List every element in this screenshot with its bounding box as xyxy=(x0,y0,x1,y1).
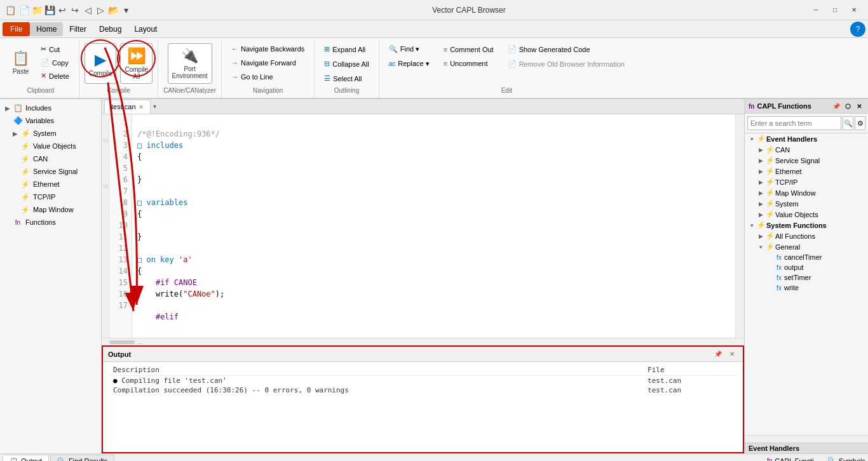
back-icon[interactable]: ◁ xyxy=(83,5,93,15)
capl-search-btn-1[interactable]: 🔍 xyxy=(843,116,853,130)
output-close-button[interactable]: ✕ xyxy=(726,349,738,360)
system-item-label: System xyxy=(775,200,799,208)
save-icon[interactable]: 💾 xyxy=(44,5,55,15)
tree-item-map-window[interactable]: ⚡ Map Window xyxy=(0,203,101,216)
rt-map-window[interactable]: ▶ ⚡ Map Window xyxy=(745,187,868,198)
uncomment-button[interactable]: ≡ Uncomment xyxy=(439,58,498,69)
goto-icon: → xyxy=(231,73,238,81)
port-environment-button[interactable]: 🔌 PortEnvironment xyxy=(168,43,212,84)
app-icon: 📋 xyxy=(5,5,15,15)
menu-debug[interactable]: Debug xyxy=(93,22,128,36)
right-panel-pin[interactable]: 📌 xyxy=(831,101,841,111)
remove-old-button[interactable]: 📄 Remove Old Browser Inforrmation xyxy=(503,58,629,70)
right-panel-float[interactable]: ⬡ xyxy=(843,101,853,111)
delete-button[interactable]: ✕ Delete xyxy=(36,70,74,82)
capl-search-btn-2[interactable]: ⚙ xyxy=(855,116,865,130)
symbols-tab[interactable]: 🔍 Symbols xyxy=(827,457,865,461)
output-pin-button[interactable]: 📌 xyxy=(712,349,724,360)
expand-all-button[interactable]: ⊞ Expand All xyxy=(320,43,373,55)
menu-file[interactable]: File xyxy=(3,22,30,36)
comment-out-button[interactable]: ≡ Comment Out xyxy=(439,44,498,55)
select-all-button[interactable]: ☰ Select All xyxy=(320,72,373,84)
rt-cancel-timer[interactable]: fx cancelTimer xyxy=(745,252,868,262)
rt-event-handlers[interactable]: ▾ ⚡ Event Handlers xyxy=(745,133,868,144)
compile-all-label: CompileAll xyxy=(125,66,148,80)
new-icon[interactable]: 📄 xyxy=(19,5,29,15)
find-button[interactable]: 🔍 Find ▾ xyxy=(384,43,434,55)
copy-button[interactable]: 📄 Copy xyxy=(36,57,74,69)
output-tab-label: Output xyxy=(21,457,42,461)
menu-layout[interactable]: Layout xyxy=(128,22,163,36)
forward-icon[interactable]: ▷ xyxy=(95,5,105,15)
code-editor[interactable]: /*@!Encoding:936*/ □ includes { } □ vari… xyxy=(132,114,735,338)
navigate-back-button[interactable]: ← Navigate Backwards xyxy=(227,43,309,55)
rt-all-functions[interactable]: ▶ ⚡ All Functions xyxy=(745,230,868,241)
tab-close-button[interactable]: ✕ xyxy=(139,104,144,110)
rt-general[interactable]: ▾ ⚡ General xyxy=(745,241,868,252)
rt-output[interactable]: fx output xyxy=(745,262,868,272)
help-button[interactable]: ? xyxy=(850,22,865,37)
bottom-tab-find-results[interactable]: 🔍 Find Results xyxy=(50,455,114,462)
tree-item-variables[interactable]: 🔷 Variables xyxy=(0,114,101,127)
rt-can[interactable]: ▶ ⚡ CAN xyxy=(745,144,868,155)
go-to-line-button[interactable]: → Go to Line xyxy=(227,71,309,83)
right-scrollbar-bottom[interactable] xyxy=(745,435,868,443)
tree-item-value-objects[interactable]: ⚡ Value Objects xyxy=(0,140,101,152)
compile-all-button[interactable]: ⏩ CompileAll xyxy=(120,43,153,84)
tree-item-tcpip[interactable]: ⚡ TCP/IP xyxy=(0,190,101,203)
expand-icon: ⊞ xyxy=(324,45,330,53)
tree-item-functions[interactable]: fn Functions xyxy=(0,216,101,229)
replace-label: Replace ▾ xyxy=(398,60,429,68)
menu-filter[interactable]: Filter xyxy=(63,22,93,36)
replace-button[interactable]: ac Replace ▾ xyxy=(384,58,434,70)
tree-item-system[interactable]: ▶ ⚡ System xyxy=(0,127,101,140)
open-icon[interactable]: 📁 xyxy=(32,5,42,15)
rt-system-functions[interactable]: ▾ ⚡ System Functions xyxy=(745,220,868,230)
capl-search-input[interactable] xyxy=(747,116,841,130)
rt-set-timer[interactable]: fx setTimer xyxy=(745,272,868,283)
horizontal-scrollbar[interactable]: … xyxy=(102,338,744,345)
title-bar-icons: 📄 📁 💾 ↩ ↪ ◁ ▷ 📂 ▾ xyxy=(19,5,131,15)
editor-scrollbar[interactable] xyxy=(735,114,744,338)
set-timer-icon: fx xyxy=(774,274,784,281)
variables-icon: 🔷 xyxy=(13,116,23,126)
redo-icon[interactable]: ↪ xyxy=(70,5,80,15)
rt-write[interactable]: fx write xyxy=(745,283,868,293)
collapse-gutter[interactable]: ◁ ◁ xyxy=(102,114,109,338)
rt-system[interactable]: ▶ ⚡ System xyxy=(745,198,868,209)
rt-ethernet[interactable]: ▶ ⚡ Ethernet xyxy=(745,166,868,177)
tree-item-includes[interactable]: ▶ 📋 Includes xyxy=(0,102,101,114)
tree-item-service-signal[interactable]: ⚡ Service Signal xyxy=(0,165,101,178)
navigate-forward-button[interactable]: → Navigate Forward xyxy=(227,57,309,69)
minimize-button[interactable]: ─ xyxy=(807,4,825,17)
show-generated-button[interactable]: 📄 Show Generated Code xyxy=(503,43,629,55)
collapse-all-button[interactable]: ⊟ Collapse All xyxy=(320,58,373,70)
cut-button[interactable]: ✂ Cut xyxy=(36,43,74,55)
close-button[interactable]: ✕ xyxy=(845,4,863,17)
menu-home[interactable]: Home xyxy=(30,22,63,36)
right-panel-close[interactable]: ✕ xyxy=(854,101,864,111)
browse-icon[interactable]: 📂 xyxy=(108,5,118,15)
port-icon: 🔌 xyxy=(181,48,198,64)
tcpip-expand-right: ▶ xyxy=(756,179,765,185)
paste-button[interactable]: 📋 Paste xyxy=(8,43,34,81)
capl-functions-tab[interactable]: fn CAPL Functi... xyxy=(767,457,820,462)
delete-icon: ✕ xyxy=(41,72,46,80)
window-controls: ─ □ ✕ xyxy=(807,4,863,17)
rt-value-objects[interactable]: ▶ ⚡ Value Objects xyxy=(745,209,868,220)
tab-test-can[interactable]: test.can ✕ xyxy=(104,100,151,114)
undo-icon[interactable]: ↩ xyxy=(57,5,67,15)
clipboard-content: 📋 Paste ✂ Cut 📄 Copy ✕ xyxy=(8,43,74,84)
compile-button[interactable]: ▶ Compile xyxy=(85,43,117,84)
clipboard-label: Clipboard xyxy=(27,84,54,95)
tree-item-can[interactable]: ⚡ CAN xyxy=(0,152,101,165)
tab-dropdown[interactable]: ▾ xyxy=(153,103,156,110)
system-icon: ⚡ xyxy=(20,128,31,138)
tree-item-ethernet[interactable]: ⚡ Ethernet xyxy=(0,178,101,190)
service-signal-icon: ⚡ xyxy=(20,166,31,177)
rt-tcpip[interactable]: ▶ ⚡ TCP/IP xyxy=(745,177,868,187)
rt-service-signal[interactable]: ▶ ⚡ Service Signal xyxy=(745,155,868,166)
bottom-tab-output[interactable]: 📋 Output xyxy=(3,455,49,462)
maximize-button[interactable]: □ xyxy=(826,4,844,17)
dropdown-icon[interactable]: ▾ xyxy=(121,5,131,15)
